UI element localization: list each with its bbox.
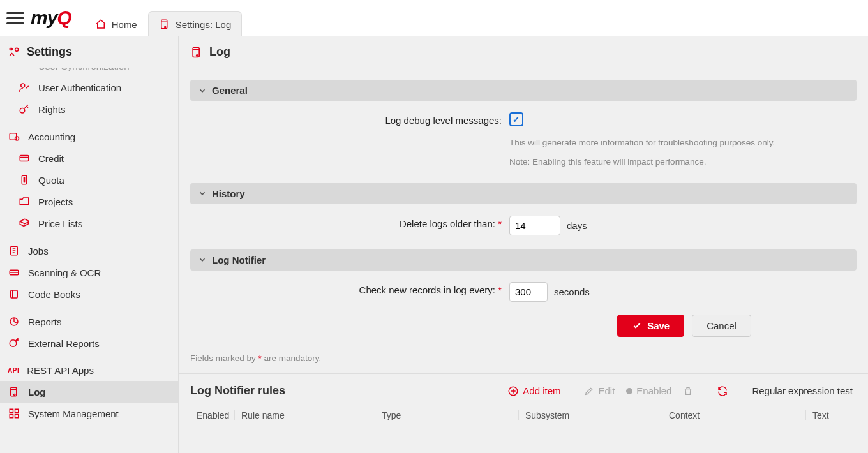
- edit-button[interactable]: Edit: [580, 383, 618, 399]
- svg-rect-14: [11, 290, 18, 298]
- svg-point-9: [24, 177, 25, 179]
- debug-checkbox[interactable]: [509, 112, 523, 126]
- tab-home-label: Home: [112, 19, 137, 30]
- settings-sidebar: Settings • User Synchronization User Aut…: [0, 36, 179, 453]
- logo: myQ: [31, 7, 71, 29]
- dot-icon: [626, 388, 632, 394]
- col-type: Type: [375, 410, 519, 420]
- col-context: Context: [662, 410, 806, 420]
- sidebar-item-user-auth[interactable]: User Authentication: [0, 77, 178, 98]
- chevron-down-icon: [198, 255, 207, 264]
- chevron-down-icon: [198, 86, 207, 95]
- sidebar-item-rest-api[interactable]: API REST API Apps: [0, 360, 178, 381]
- col-enabled: Enabled: [190, 410, 235, 420]
- home-icon: [95, 19, 107, 30]
- accounting-icon: [8, 131, 20, 142]
- debug-hint1: This will generate more information for …: [509, 137, 775, 149]
- sidebar-item-projects[interactable]: Projects: [0, 191, 178, 212]
- svg-rect-7: [20, 156, 29, 161]
- col-name: Rule name: [235, 410, 375, 420]
- refresh-button[interactable]: [713, 383, 732, 399]
- sidebar-item-credit[interactable]: Credit: [0, 147, 178, 169]
- delete-days-unit: days: [567, 220, 587, 231]
- delete-days-input[interactable]: [509, 216, 560, 235]
- trash-icon: [683, 386, 693, 396]
- sidebar-item-quota[interactable]: Quota: [0, 169, 178, 191]
- debug-hint2: Note: Enabling this feature will impact …: [509, 156, 706, 168]
- rules-title: Log Notifier rules: [190, 384, 285, 397]
- plus-circle-icon: [507, 385, 519, 397]
- svg-point-10: [24, 179, 25, 181]
- section-history-header[interactable]: History: [190, 183, 857, 204]
- page-title-label: Log: [209, 45, 230, 59]
- sidebar-title-label: Settings: [27, 45, 72, 59]
- svg-rect-20: [15, 409, 19, 412]
- sidebar-item-log[interactable]: Log: [0, 381, 178, 403]
- check-interval-unit: seconds: [554, 286, 590, 297]
- sidebar-item-external-reports[interactable]: External Reports: [0, 332, 178, 354]
- page-title-icon: [190, 46, 203, 59]
- price-lists-icon: [18, 218, 31, 229]
- svg-rect-19: [10, 409, 13, 412]
- svg-rect-22: [15, 415, 19, 418]
- debug-label: Log debug level messages:: [195, 112, 502, 126]
- col-subsystem: Subsystem: [519, 410, 662, 420]
- user-auth-icon: [18, 82, 31, 93]
- rights-icon: [18, 103, 31, 115]
- svg-point-4: [20, 108, 25, 114]
- settings-log-icon: [159, 19, 170, 30]
- sys-mgmt-icon: [8, 408, 20, 419]
- check-label: Check new records in log every:: [359, 285, 495, 295]
- delete-button[interactable]: [679, 383, 697, 399]
- pencil-icon: [584, 386, 594, 396]
- cancel-button[interactable]: Cancel: [692, 315, 751, 337]
- api-icon: API: [8, 367, 19, 374]
- save-button[interactable]: Save: [617, 315, 684, 337]
- sidebar-item-accounting[interactable]: Accounting: [0, 126, 178, 147]
- regex-test-button[interactable]: Regular expression test: [748, 383, 857, 399]
- external-reports-icon: [8, 338, 20, 349]
- section-notifier-header[interactable]: Log Notifier: [190, 249, 857, 271]
- tab-settings-log-label: Settings: Log: [176, 19, 232, 30]
- svg-point-24: [197, 54, 198, 56]
- svg-point-1: [164, 26, 165, 27]
- svg-point-3: [21, 84, 25, 87]
- code-books-icon: [8, 288, 20, 300]
- tab-home[interactable]: Home: [84, 11, 148, 36]
- delete-label: Delete logs older than:: [400, 218, 495, 229]
- user-sync-icon: •: [18, 68, 31, 71]
- col-text: Text: [806, 410, 857, 420]
- enabled-toggle[interactable]: Enabled: [622, 383, 675, 399]
- sidebar-item-jobs[interactable]: Jobs: [0, 240, 178, 262]
- refresh-icon: [717, 385, 728, 397]
- sidebar-item-user-sync[interactable]: • User Synchronization: [0, 68, 178, 77]
- log-icon: [8, 386, 20, 397]
- quota-icon: [18, 174, 31, 186]
- sidebar-item-reports[interactable]: Reports: [0, 311, 178, 332]
- projects-icon: [18, 196, 31, 207]
- sidebar-item-rights[interactable]: Rights: [0, 98, 178, 120]
- mandatory-note: Fields marked by * are mandatory.: [190, 353, 857, 363]
- scanning-icon: [8, 267, 20, 278]
- add-item-button[interactable]: Add item: [504, 383, 564, 399]
- svg-point-11: [24, 181, 25, 182]
- svg-point-2: [15, 48, 19, 51]
- sidebar-item-code-books[interactable]: Code Books: [0, 283, 178, 305]
- section-general-header[interactable]: General: [190, 80, 857, 101]
- sidebar-item-scanning[interactable]: Scanning & OCR: [0, 262, 178, 283]
- tab-settings-log[interactable]: Settings: Log: [148, 11, 243, 36]
- chevron-down-icon: [198, 189, 207, 198]
- reports-icon: [8, 316, 20, 327]
- hamburger-menu[interactable]: [6, 9, 24, 27]
- sidebar-item-sys-mgmt[interactable]: System Management: [0, 403, 178, 424]
- check-icon: [632, 320, 642, 330]
- jobs-icon: [8, 245, 20, 256]
- settings-icon: [8, 46, 20, 59]
- svg-rect-21: [10, 415, 13, 418]
- svg-point-18: [14, 394, 15, 395]
- check-interval-input[interactable]: [509, 282, 548, 302]
- sidebar-item-price-lists[interactable]: Price Lists: [0, 212, 178, 234]
- rules-table-header: Enabled Rule name Type Subsystem Context…: [179, 405, 868, 426]
- credit-icon: [18, 152, 31, 164]
